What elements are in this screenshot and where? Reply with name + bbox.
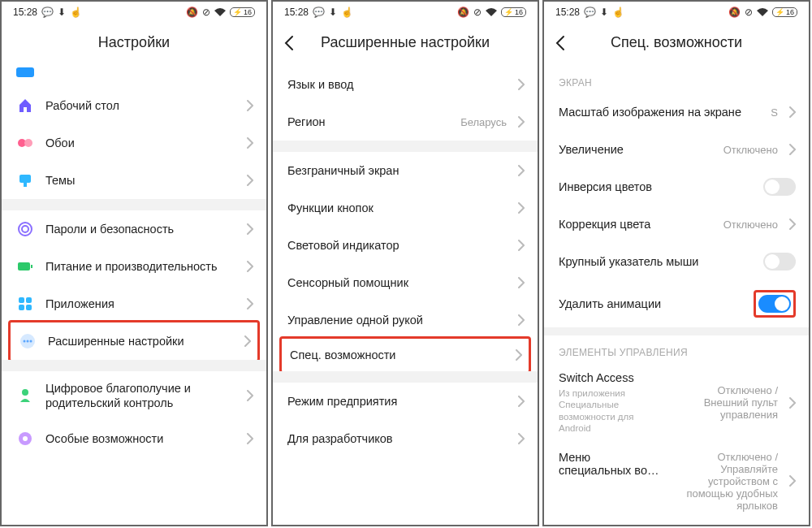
chevron-right-icon — [518, 165, 525, 176]
notifications-icon — [16, 67, 34, 77]
list-item-accessibility[interactable]: Особые возможности — [2, 420, 266, 457]
svg-point-16 — [22, 389, 28, 396]
status-bar: 15:28 💬 ⬇ ☝ 🔕 ⊘ ⚡16 — [273, 2, 538, 19]
list-item-onehand[interactable]: Управление одной рукой — [273, 301, 538, 339]
list-item-remove-animations[interactable]: Удалить анимации — [544, 280, 809, 327]
battery-icon — [16, 258, 34, 275]
chevron-right-icon — [247, 433, 253, 444]
status-time: 15:28 — [284, 6, 309, 18]
misc-icon: ☝ — [341, 6, 353, 18]
fingerprint-icon — [16, 220, 34, 238]
wifi-icon — [757, 8, 768, 16]
toggle-switch[interactable] — [758, 295, 791, 313]
chevron-right-icon — [247, 298, 253, 309]
list-item-power[interactable]: Питание и производительность — [2, 248, 266, 285]
toggle-switch[interactable] — [763, 178, 796, 196]
svg-point-5 — [22, 226, 28, 232]
chevron-right-icon — [518, 277, 525, 288]
list-item-switch-access[interactable]: Switch Access Из приложения Специальные … — [544, 363, 809, 443]
list-item-wallpaper[interactable]: Обои — [2, 124, 266, 162]
home-icon — [16, 97, 34, 115]
region-value: Беларусь — [460, 116, 507, 128]
list-item-led[interactable]: Световой индикатор — [273, 227, 538, 264]
phone-screen-advanced: 15:28 💬 ⬇ ☝ 🔕 ⊘ ⚡16 Расширенные настройк… — [271, 0, 539, 526]
page-title: Настройки — [98, 34, 170, 51]
battery-indicator: ⚡16 — [501, 7, 526, 17]
list-item-desktop[interactable]: Рабочий стол — [2, 87, 266, 124]
download-icon: ⬇ — [329, 6, 337, 18]
page-title: Расширенные настройки — [321, 34, 490, 51]
chevron-right-icon — [516, 349, 522, 361]
status-time: 15:28 — [13, 6, 37, 18]
header: Расширенные настройки — [273, 19, 538, 66]
back-button[interactable] — [284, 35, 294, 51]
status-bar: 15:28 💬 ⬇ ☝ 🔕 ⊘ ⚡16 — [544, 2, 809, 19]
dnd-icon: 🔕 — [728, 6, 741, 18]
back-button[interactable] — [555, 35, 565, 51]
settings-list: Уведомления Рабочий стол Обои Темы Парол… — [2, 66, 266, 525]
svg-point-18 — [23, 436, 28, 441]
divider — [2, 199, 266, 210]
wallpaper-icon — [16, 134, 34, 152]
list-item-magnification[interactable]: Увеличение Отключено — [544, 131, 809, 168]
more-icon — [19, 332, 37, 350]
list-item-language[interactable]: Язык и ввод — [273, 66, 538, 103]
svg-point-13 — [24, 340, 26, 343]
svg-rect-11 — [26, 305, 32, 310]
section-header-controls: ЭЛЕМЕНТЫ УПРАВЛЕНИЯ — [544, 335, 809, 363]
list-item-security[interactable]: Пароли и безопасность — [2, 210, 266, 248]
sim-icon: ⊘ — [745, 6, 753, 18]
list-item-themes[interactable]: Темы — [2, 162, 266, 199]
svg-point-14 — [27, 340, 29, 343]
advanced-list: Язык и ввод Регион Беларусь Безграничный… — [273, 66, 538, 525]
header: Спец. возможности — [544, 19, 809, 66]
battery-indicator: ⚡16 — [772, 7, 797, 17]
chevron-right-icon — [789, 219, 796, 230]
apps-icon — [16, 295, 34, 313]
list-item-buttons[interactable]: Функции кнопок — [273, 189, 538, 227]
wellbeing-icon — [16, 387, 34, 405]
list-item-accessibility[interactable]: Спец. возможности — [279, 336, 531, 374]
wifi-icon — [486, 8, 497, 16]
toggle-switch[interactable] — [763, 253, 796, 270]
chevron-right-icon — [247, 100, 253, 111]
list-item-color-correction[interactable]: Коррекция цвета Отключено — [544, 206, 809, 243]
gear-icon — [16, 430, 34, 448]
phone-screen-accessibility: 15:28 💬 ⬇ ☝ 🔕 ⊘ ⚡16 Спец. возможности ЭК… — [542, 0, 810, 526]
svg-rect-10 — [19, 305, 24, 310]
list-item-cut[interactable]: Уведомления — [2, 66, 266, 87]
list-item-enterprise[interactable]: Режим предприятия — [273, 383, 538, 420]
chevron-right-icon — [518, 79, 525, 90]
list-item-a11y-menu[interactable]: Меню специальных во… Отключено / Управля… — [544, 443, 809, 520]
chevron-right-icon — [247, 175, 253, 186]
list-item-fullscreen[interactable]: Безграничный экран — [273, 152, 538, 189]
list-item-advanced-settings[interactable]: Расширенные настройки — [8, 320, 260, 362]
download-icon: ⬇ — [58, 6, 66, 18]
svg-rect-2 — [19, 175, 31, 183]
chevron-right-icon — [789, 475, 796, 487]
phone-screen-settings: 15:28 💬 ⬇ ☝ 🔕 ⊘ ⚡16 Настройки Уведомлени… — [0, 0, 268, 526]
list-item-apps[interactable]: Приложения — [2, 285, 266, 322]
chevron-right-icon — [789, 106, 796, 118]
list-item-region[interactable]: Регион Беларусь — [273, 103, 538, 141]
list-item-wellbeing[interactable]: Цифровое благополучие и родительский кон… — [2, 371, 266, 420]
misc-icon: ☝ — [70, 6, 82, 18]
list-item-quickball[interactable]: Сенсорный помощник — [273, 264, 538, 301]
svg-rect-9 — [26, 297, 32, 303]
list-item-color-inversion[interactable]: Инверсия цветов — [544, 168, 809, 206]
chevron-right-icon — [247, 223, 253, 235]
status-bar: 15:28 💬 ⬇ ☝ 🔕 ⊘ ⚡16 — [2, 2, 266, 19]
svg-rect-3 — [24, 183, 27, 187]
svg-point-1 — [24, 139, 32, 147]
sim-icon: ⊘ — [202, 6, 210, 18]
highlight-box — [754, 290, 796, 318]
dnd-icon: 🔕 — [186, 6, 198, 18]
chat-icon: 💬 — [41, 6, 54, 18]
list-item-developer[interactable]: Для разработчиков — [273, 420, 538, 457]
list-item-large-pointer[interactable]: Крупный указатель мыши — [544, 243, 809, 280]
chevron-right-icon — [789, 397, 796, 409]
subtitle: Из приложения Специальные возможности дл… — [559, 387, 661, 435]
list-item-display-scale[interactable]: Масштаб изображения на экране S — [544, 93, 809, 131]
svg-point-15 — [30, 340, 32, 343]
chevron-right-icon — [518, 433, 525, 444]
